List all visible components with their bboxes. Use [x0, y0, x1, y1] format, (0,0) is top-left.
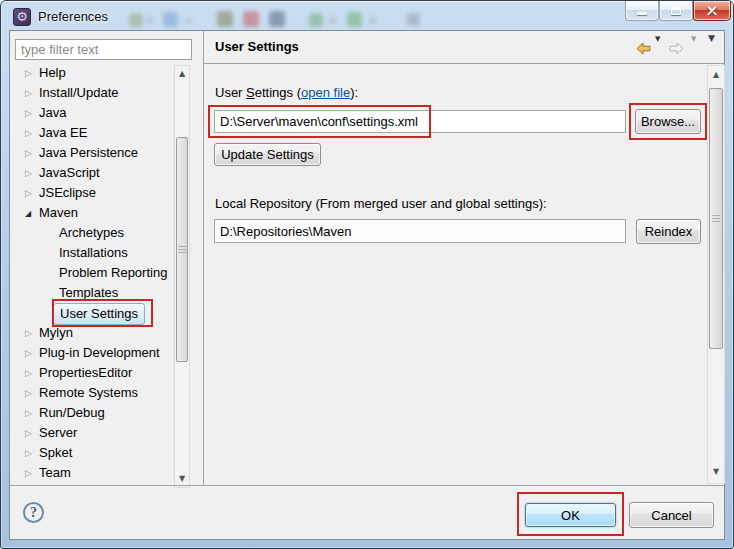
ghost-toolbar-icon [185, 17, 192, 24]
dialog-content: ▷Help▷Install/Update▷Java▷Java EE▷Java P… [9, 30, 725, 540]
tree-item-archetypes[interactable]: Archetypes [10, 223, 172, 243]
back-arrow-icon[interactable] [636, 42, 651, 56]
filter-input[interactable] [15, 39, 192, 60]
tree-item-team[interactable]: ▷Team [10, 463, 172, 483]
tree-item-java[interactable]: ▷Java [10, 103, 172, 123]
titlebar[interactable]: ⚙ Preferences [1, 1, 733, 30]
header-separator [204, 63, 725, 64]
tree-item-propertieseditor[interactable]: ▷PropertiesEditor [10, 363, 172, 383]
tree-collapsed-icon[interactable]: ▷ [25, 146, 32, 160]
minimize-button[interactable] [625, 1, 659, 21]
page-title: User Settings [215, 39, 299, 54]
forward-arrow-icon[interactable] [669, 42, 684, 56]
tree-collapsed-icon[interactable]: ▷ [25, 66, 32, 80]
tree-collapsed-icon[interactable]: ▷ [25, 106, 32, 120]
tree-collapsed-icon[interactable]: ▷ [25, 446, 32, 460]
ghost-toolbar-icon [129, 13, 143, 27]
tree-collapsed-icon[interactable]: ▷ [25, 406, 32, 420]
tree-item-javascript[interactable]: ▷JavaScript [10, 163, 172, 183]
tree-expanded-icon[interactable]: ◢ [25, 207, 31, 221]
tree-item-templates[interactable]: Templates [10, 283, 172, 303]
tree-item-remote-systems[interactable]: ▷Remote Systems [10, 383, 172, 403]
scroll-up-arrow-icon[interactable]: ▲ [175, 68, 189, 80]
back-history-dropdown-icon[interactable]: ▼ [655, 35, 660, 43]
tree-collapsed-icon[interactable]: ▷ [25, 366, 32, 380]
tree-item-label: Maven [39, 205, 78, 221]
tree-item-help[interactable]: ▷Help [10, 63, 172, 83]
tree-item-plug-in-development[interactable]: ▷Plug-in Development [10, 343, 172, 363]
tree-item-java-persistence[interactable]: ▷Java Persistence [10, 143, 172, 163]
user-settings-label: User Settings (open file): [215, 85, 358, 100]
gear-icon: ⚙ [13, 8, 31, 26]
cancel-button[interactable]: Cancel [629, 502, 714, 528]
open-file-link[interactable]: open file [301, 85, 350, 100]
tree-item-server[interactable]: ▷Server [10, 423, 172, 443]
ok-button[interactable]: OK [525, 503, 616, 527]
tree-collapsed-icon[interactable]: ▷ [25, 346, 32, 360]
tree-collapsed-icon[interactable]: ▷ [25, 466, 32, 480]
footer-separator [10, 485, 724, 486]
tree-item-label: Server [39, 425, 77, 441]
tree-item-mylyn[interactable]: ▷Mylyn [10, 323, 172, 343]
ghost-toolbar-icon [329, 17, 336, 24]
tree-item-label: Team [39, 465, 71, 481]
screenshot-stage: ⚙ Preferences [0, 0, 734, 549]
maximize-button[interactable] [659, 1, 693, 21]
tree-item-label: Spket [39, 445, 72, 461]
tree-item-problem-reporting[interactable]: Problem Reporting [10, 263, 172, 283]
browse-button[interactable]: Browse... [635, 109, 701, 134]
tree-item-label: Archetypes [59, 225, 124, 241]
tree-collapsed-icon[interactable]: ▷ [25, 126, 32, 140]
user-settings-path-field[interactable] [214, 110, 626, 133]
tree-item-java-ee[interactable]: ▷Java EE [10, 123, 172, 143]
scroll-down-arrow-icon[interactable]: ▼ [175, 473, 189, 485]
tree-item-spket[interactable]: ▷Spket [10, 443, 172, 463]
update-settings-button[interactable]: Update Settings [214, 143, 321, 166]
ghost-toolbar-icon [243, 11, 259, 27]
tree-collapsed-icon[interactable]: ▷ [25, 166, 32, 180]
tree-item-label: Mylyn [39, 325, 73, 341]
scroll-down-arrow-icon[interactable]: ▼ [708, 466, 724, 478]
tree-item-jseclipse[interactable]: ▷JSEclipse [10, 183, 172, 203]
scrollbar-grip [712, 215, 720, 223]
ghost-toolbar-icon [269, 11, 285, 27]
reindex-button[interactable]: Reindex [636, 219, 701, 244]
tree-collapsed-icon[interactable]: ▷ [25, 326, 32, 340]
ghost-toolbar-icon [217, 11, 233, 27]
minimize-icon [637, 12, 647, 15]
content-scrollbar-thumb[interactable] [709, 88, 723, 349]
tree-item-maven[interactable]: ◢Maven [10, 203, 172, 223]
tree-scrollbar-thumb[interactable] [176, 137, 188, 362]
local-repository-label: Local Repository (From merged user and g… [215, 196, 547, 211]
content-scrollbar[interactable]: ▲ ▼ [707, 65, 725, 484]
scroll-up-arrow-icon[interactable]: ▲ [708, 69, 724, 81]
ghost-toolbar-icon [147, 17, 154, 24]
tree-item-user-settings[interactable]: User Settings [10, 303, 172, 323]
view-menu-icon[interactable]: ▼ [708, 33, 715, 43]
ghost-toolbar-icon [309, 13, 323, 27]
tree-collapsed-icon[interactable]: ▷ [25, 186, 32, 200]
panel-separator [203, 31, 204, 485]
tree-scrollbar[interactable]: ▲ ▼ [174, 65, 190, 488]
maximize-icon [671, 7, 681, 15]
tree-item-label: JavaScript [39, 165, 100, 181]
tree-item-installations[interactable]: Installations [10, 243, 172, 263]
tree-collapsed-icon[interactable]: ▷ [25, 386, 32, 400]
tree-item-label: Java Persistence [39, 145, 138, 161]
forward-history-dropdown-icon[interactable]: ▼ [691, 35, 696, 43]
ghost-toolbar-icon [407, 13, 420, 26]
ghost-toolbar-icon [347, 12, 362, 27]
preferences-window: ⚙ Preferences [0, 0, 734, 549]
window-title: Preferences [38, 8, 108, 26]
tree-item-install-update[interactable]: ▷Install/Update [10, 83, 172, 103]
tree-item-label: Plug-in Development [39, 345, 160, 361]
tree-item-label: User Settings [53, 303, 145, 325]
close-button[interactable] [693, 1, 731, 21]
tree-collapsed-icon[interactable]: ▷ [25, 426, 32, 440]
tree-item-label: Help [39, 65, 66, 81]
tree-item-label: JSEclipse [39, 185, 96, 201]
local-repository-path-field[interactable] [214, 219, 626, 243]
tree-item-run-debug[interactable]: ▷Run/Debug [10, 403, 172, 423]
tree-collapsed-icon[interactable]: ▷ [25, 86, 32, 100]
help-button[interactable]: ? [23, 502, 44, 523]
